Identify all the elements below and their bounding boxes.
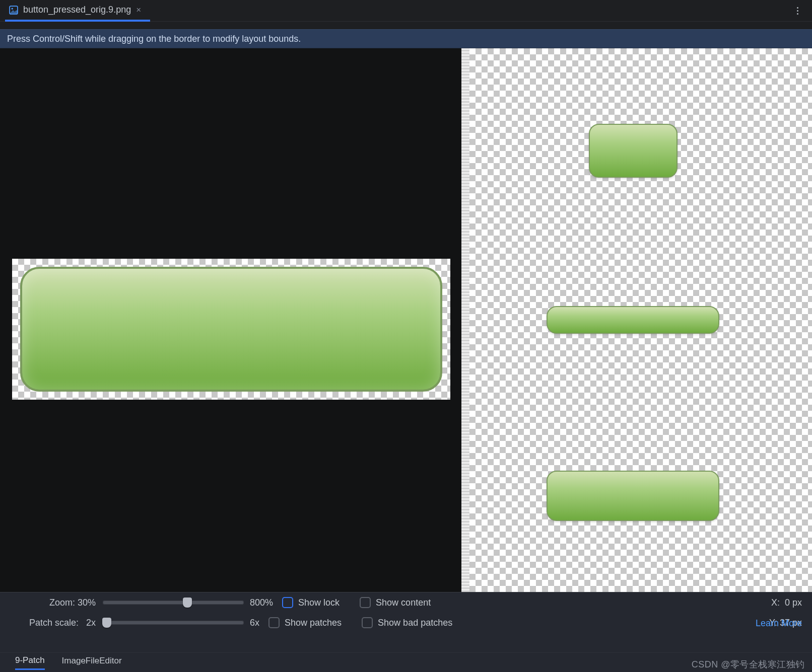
close-tab-icon[interactable]: × [136, 6, 141, 14]
preview-shape-wide-tall [547, 471, 719, 521]
preview-shape-square [589, 124, 678, 178]
patch-scale-slider[interactable] [103, 621, 244, 625]
patch-scale-label: Patch scale: 2x [10, 618, 96, 628]
show-content-checkbox[interactable]: Show content [360, 597, 431, 608]
image-file-icon [9, 6, 18, 15]
footer-tabs: 9-Patch ImageFileEditor [0, 652, 812, 672]
nine-patch-editor-pane[interactable] [0, 48, 461, 592]
source-image-canvas[interactable] [12, 259, 450, 400]
source-button-graphic [20, 267, 442, 392]
preview-shape-wide-short [547, 306, 719, 334]
zoom-max-label: 800% [250, 598, 273, 608]
tab-image-file-editor[interactable]: ImageFileEditor [62, 656, 122, 669]
tab-bar: button_pressed_orig.9.png × [0, 0, 812, 22]
preview-pane [469, 48, 812, 592]
learn-more-link[interactable]: Learn More [706, 618, 802, 629]
svg-point-1 [12, 8, 13, 9]
control-bar: Zoom: 30% 800% Show lock Show content X:… [0, 592, 812, 652]
show-bad-patches-checkbox[interactable]: Show bad patches [362, 617, 452, 628]
preview-canvas [469, 48, 812, 592]
zoom-label: Zoom: 30% [10, 598, 96, 608]
pane-splitter[interactable] [461, 48, 469, 592]
show-lock-checkbox[interactable]: Show lock [282, 597, 340, 608]
show-patches-checkbox[interactable]: Show patches [268, 617, 342, 628]
zoom-slider[interactable] [103, 601, 244, 605]
editor-area [0, 48, 812, 592]
tab-nine-patch[interactable]: 9-Patch [15, 655, 45, 670]
file-tab-label: button_pressed_orig.9.png [23, 5, 131, 15]
patch-scale-max-label: 6x [250, 618, 259, 628]
file-tab[interactable]: button_pressed_orig.9.png × [5, 1, 150, 22]
hint-banner: Press Control/Shift while dragging on th… [0, 29, 812, 48]
tab-options-icon[interactable] [793, 6, 802, 15]
hint-text: Press Control/Shift while dragging on th… [7, 34, 301, 44]
